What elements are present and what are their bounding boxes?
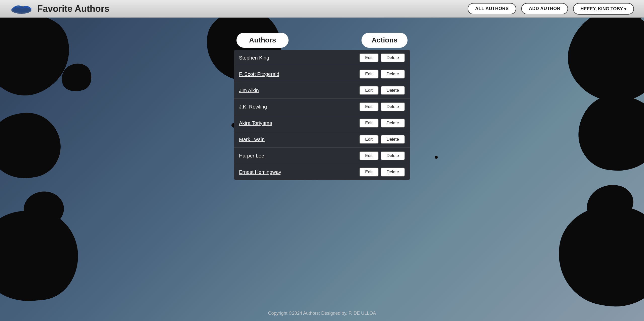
table-row: J.K. RowlingEditDelete (234, 99, 410, 115)
author-name: F. Scott Fitzgerald (239, 71, 279, 77)
actions-cell: EditDelete (319, 82, 410, 99)
actions-cell: EditDelete (319, 115, 410, 131)
edit-button[interactable]: Edit (359, 168, 379, 177)
author-name-cell: Stephen King (234, 50, 319, 66)
delete-button[interactable]: Delete (381, 86, 405, 95)
edit-button[interactable]: Edit (359, 70, 379, 79)
add-author-button[interactable]: ADD AUTHOR (521, 3, 568, 14)
author-name: Harper Lee (239, 153, 264, 158)
delete-button[interactable]: Delete (381, 168, 405, 177)
author-name-cell: Ernest Hemingway (234, 164, 319, 180)
actions-cell: EditDelete (319, 99, 410, 115)
ink-blot-bottom-left (0, 206, 82, 305)
navbar: Favorite Authors ALL AUTHORS ADD AUTHOR … (0, 0, 644, 18)
author-name-cell: Harper Lee (234, 148, 319, 164)
delete-button[interactable]: Delete (381, 102, 405, 111)
author-name-cell: J.K. Rowling (234, 99, 319, 115)
footer: Copyright ©2024 Authors; Designed by, P.… (0, 311, 644, 316)
col-authors-header: Authors (236, 33, 289, 48)
author-name: Ernest Hemingway (239, 169, 281, 175)
actions-cell: EditDelete (319, 164, 410, 180)
actions-cell: EditDelete (319, 131, 410, 148)
footer-designer-link[interactable]: P. DE ULLOA (349, 311, 376, 316)
author-name: Mark Twain (239, 137, 265, 142)
author-name: J.K. Rowling (239, 104, 267, 110)
table-header: Authors Actions (234, 33, 410, 48)
edit-button[interactable]: Edit (359, 119, 379, 128)
logo-icon (10, 3, 33, 15)
actions-cell: EditDelete (319, 50, 410, 66)
table-row: Akira ToriyamaEditDelete (234, 115, 410, 131)
ink-blot-bottom-right (550, 197, 644, 314)
authors-table: Stephen KingEditDeleteF. Scott Fitzgeral… (234, 50, 410, 180)
edit-button[interactable]: Edit (359, 86, 379, 95)
col-actions-header: Actions (361, 33, 408, 48)
author-name-cell: Mark Twain (234, 131, 319, 148)
main-content: Authors Actions Stephen KingEditDeleteF.… (0, 18, 644, 180)
svg-point-1 (12, 7, 30, 13)
app-title: Favorite Authors (37, 4, 109, 14)
edit-button[interactable]: Edit (359, 53, 379, 62)
navbar-links: ALL AUTHORS ADD AUTHOR HEEEY, KING TOBY … (468, 3, 634, 15)
table-row: Ernest HemingwayEditDelete (234, 164, 410, 180)
actions-cell: EditDelete (319, 66, 410, 82)
user-menu-button[interactable]: HEEEY, KING TOBY ▾ (573, 3, 634, 15)
edit-button[interactable]: Edit (359, 151, 379, 160)
edit-button[interactable]: Edit (359, 102, 379, 111)
author-name: Jim Aikin (239, 88, 259, 93)
author-name-cell: Akira Toriyama (234, 115, 319, 131)
table-row: Stephen KingEditDelete (234, 50, 410, 66)
edit-button[interactable]: Edit (359, 135, 379, 144)
author-name: Stephen King (239, 55, 269, 61)
author-name: Akira Toriyama (239, 120, 272, 126)
delete-button[interactable]: Delete (381, 151, 405, 160)
delete-button[interactable]: Delete (381, 70, 405, 79)
delete-button[interactable]: Delete (381, 119, 405, 128)
table-row: Harper LeeEditDelete (234, 148, 410, 164)
brand: Favorite Authors (10, 3, 109, 15)
table-row: Mark TwainEditDelete (234, 131, 410, 148)
author-name-cell: Jim Aikin (234, 82, 319, 99)
delete-button[interactable]: Delete (381, 135, 405, 144)
delete-button[interactable]: Delete (381, 53, 405, 62)
table-row: Jim AikinEditDelete (234, 82, 410, 99)
footer-text: Copyright ©2024 Authors; Designed by, (268, 311, 347, 316)
author-name-cell: F. Scott Fitzgerald (234, 66, 319, 82)
actions-cell: EditDelete (319, 148, 410, 164)
table-row: F. Scott FitzgeraldEditDelete (234, 66, 410, 82)
all-authors-button[interactable]: ALL AUTHORS (468, 3, 516, 14)
table-container: Authors Actions Stephen KingEditDeleteF.… (234, 33, 410, 180)
